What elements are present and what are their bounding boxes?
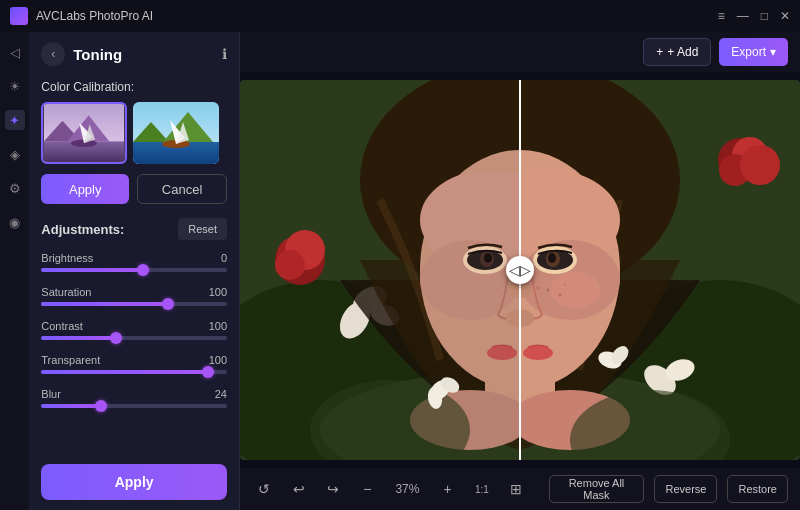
left-panel: ‹ Toning ℹ Color Calibration:	[29, 32, 240, 510]
svg-point-52	[523, 346, 553, 360]
brightness-slider-header: Brightness 0	[41, 252, 227, 264]
contrast-thumb[interactable]	[110, 332, 122, 344]
info-icon[interactable]: ℹ	[222, 46, 227, 62]
title-bar: AVCLabs PhotoPro AI ≡ — □ ✕	[0, 0, 800, 32]
thumbnail-2[interactable]	[133, 102, 219, 164]
add-icon: +	[656, 45, 663, 59]
contrast-track[interactable]	[41, 336, 227, 340]
add-button[interactable]: + + Add	[643, 38, 711, 66]
apply-cancel-row: Apply Cancel	[41, 174, 227, 204]
brightness-value: 0	[221, 252, 227, 264]
app-title: AVCLabs PhotoPro AI	[36, 9, 153, 23]
sidebar-sun-icon[interactable]: ☀	[5, 76, 25, 96]
saturation-label: Saturation	[41, 286, 91, 298]
saturation-track[interactable]	[41, 302, 227, 306]
bottom-toolbar: ↺ ↩ ↪ − 37% + 1:1 ⊞ Remove All Mask Reve…	[240, 468, 800, 510]
transparent-slider-header: Transparent 100	[41, 354, 227, 366]
expand-button[interactable]: ⊞	[504, 475, 528, 503]
contrast-slider-header: Contrast 100	[41, 320, 227, 332]
image-container: ◁▷	[240, 72, 800, 468]
contrast-value: 100	[209, 320, 227, 332]
title-bar-left: AVCLabs PhotoPro AI	[10, 7, 153, 25]
sidebar-circle-icon[interactable]: ◉	[5, 212, 25, 232]
app-icon	[10, 7, 28, 25]
ratio-label: 1:1	[475, 484, 489, 495]
zoom-out-button[interactable]: −	[355, 475, 379, 503]
restore-button[interactable]: Restore	[727, 475, 788, 503]
sidebar-toning-icon[interactable]: ✦	[5, 110, 25, 130]
brightness-track[interactable]	[41, 268, 227, 272]
svg-point-40	[484, 253, 492, 263]
brightness-label: Brightness	[41, 252, 93, 264]
svg-point-25	[740, 145, 780, 185]
rotate-left-button[interactable]: ↺	[252, 475, 276, 503]
blur-thumb[interactable]	[95, 400, 107, 412]
transparent-fill	[41, 370, 208, 374]
svg-point-53	[547, 289, 550, 292]
contrast-fill	[41, 336, 115, 340]
apply-button[interactable]: Apply	[41, 174, 129, 204]
transparent-label: Transparent	[41, 354, 100, 366]
blur-value: 24	[215, 388, 227, 400]
reverse-button[interactable]: Reverse	[654, 475, 717, 503]
svg-point-51	[548, 253, 556, 263]
zoom-level: 37%	[389, 482, 425, 496]
svg-point-54	[559, 294, 562, 297]
comparison-wrapper: ◁▷	[240, 80, 800, 460]
blur-track[interactable]	[41, 404, 227, 408]
menu-icon[interactable]: ≡	[718, 9, 725, 23]
zoom-in-button[interactable]: +	[435, 475, 459, 503]
saturation-slider-header: Saturation 100	[41, 286, 227, 298]
window-controls[interactable]: ≡ — □ ✕	[718, 9, 790, 23]
cancel-button[interactable]: Cancel	[137, 174, 227, 204]
sidebar-adjust-icon[interactable]: ◈	[5, 144, 25, 164]
transparent-value: 100	[209, 354, 227, 366]
saturation-value: 100	[209, 286, 227, 298]
adjustments-header: Adjustments: Reset	[41, 218, 227, 240]
sidebar-icons: ◁ ☀ ✦ ◈ ⚙ ◉	[0, 32, 29, 510]
redo-button[interactable]: ↪	[321, 475, 345, 503]
close-icon[interactable]: ✕	[780, 9, 790, 23]
adjustments-label: Adjustments:	[41, 222, 124, 237]
saturation-fill	[41, 302, 167, 306]
minimize-icon[interactable]: —	[737, 9, 749, 23]
export-chevron-icon: ▾	[770, 45, 776, 59]
contrast-label: Contrast	[41, 320, 83, 332]
panel-header: ‹ Toning ℹ	[41, 42, 227, 66]
svg-point-56	[537, 287, 540, 290]
blur-slider-row: Blur 24	[41, 388, 227, 408]
maximize-icon[interactable]: □	[761, 9, 768, 23]
comparison-handle[interactable]: ◁▷	[506, 256, 534, 284]
undo-button[interactable]: ↩	[286, 475, 310, 503]
bottom-apply-section: Apply	[41, 454, 227, 500]
reset-button[interactable]: Reset	[178, 218, 227, 240]
svg-point-21	[275, 250, 305, 280]
ratio-button[interactable]: 1:1	[470, 475, 494, 503]
saturation-slider-row: Saturation 100	[41, 286, 227, 306]
blur-slider-header: Blur 24	[41, 388, 227, 400]
thumbnail-1[interactable]	[41, 102, 127, 164]
remove-all-mask-button[interactable]: Remove All Mask	[549, 475, 645, 503]
color-calibration-label: Color Calibration:	[41, 80, 227, 94]
transparent-track[interactable]	[41, 370, 227, 374]
panel-title: Toning	[73, 46, 122, 63]
top-bar: + + Add Export ▾	[240, 32, 800, 72]
brightness-slider-row: Brightness 0	[41, 252, 227, 272]
transparent-slider-row: Transparent 100	[41, 354, 227, 374]
bottom-apply-button[interactable]: Apply	[41, 464, 227, 500]
canvas-area: + + Add Export ▾	[240, 32, 800, 510]
brightness-fill	[41, 268, 143, 272]
svg-point-41	[487, 346, 517, 360]
sidebar-settings-icon[interactable]: ⚙	[5, 178, 25, 198]
transparent-thumb[interactable]	[202, 366, 214, 378]
svg-point-55	[564, 284, 566, 286]
export-button[interactable]: Export ▾	[719, 38, 788, 66]
svg-point-45	[550, 272, 600, 308]
main-layout: ◁ ☀ ✦ ◈ ⚙ ◉ ‹ Toning ℹ Color Calibration…	[0, 32, 800, 510]
sidebar-back-icon[interactable]: ◁	[5, 42, 25, 62]
brightness-thumb[interactable]	[137, 264, 149, 276]
blur-label: Blur	[41, 388, 61, 400]
thumbnails	[41, 102, 227, 164]
back-button[interactable]: ‹	[41, 42, 65, 66]
saturation-thumb[interactable]	[162, 298, 174, 310]
